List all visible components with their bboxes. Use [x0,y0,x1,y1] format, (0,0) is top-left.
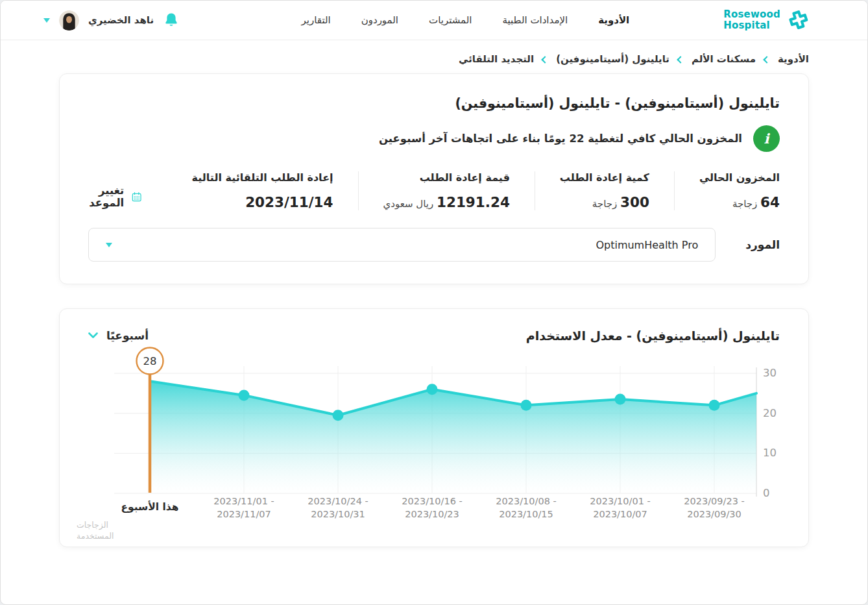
medication-title: تايلينول (أسيتامينوفين) - تايلينول (أسيت… [88,95,780,111]
calendar-icon [131,188,142,206]
stat-label: قيمة إعادة الطلب [383,171,510,184]
stat-number: 64 [760,194,780,210]
bell-icon[interactable] [163,12,180,29]
app-window: Rosewood Hospital الأدوية الإمدادات الطب… [0,0,868,605]
stat-unit: ريال سعودي [383,198,434,210]
stock-info-text: المخزون الحالي كافي لتغطية 22 يومًا بناء… [379,132,742,145]
stat-reorder-value: قيمة إعادة الطلب 12191.24 ريال سعودي [358,171,510,210]
breadcrumb: الأدوية مسكنات الألم تايلينول (أسيتامينو… [59,53,809,65]
brand-logo[interactable]: Rosewood Hospital [723,8,810,32]
top-navbar: Rosewood Hospital الأدوية الإمدادات الطب… [1,1,867,40]
nav-item-purchases[interactable]: المشتريات [429,14,472,26]
chart-header: تايلينول (أسيتامينوفين) - معدل الاستخدام… [88,328,780,343]
stat-current-stock: المخزون الحالي 64 زجاجة [674,171,780,210]
usage-area-chart: 28 هذا الأسبوع2023/11/01 -2023/11/072023… [77,347,801,541]
stock-info-row: i المخزون الحالي كافي لتغطية 22 يومًا بن… [88,125,780,152]
x-axis-label: 2023/10/16 -2023/10/23 [380,495,484,521]
stat-number: 12191.24 [437,194,510,210]
stat-label: المخزون الحالي [699,171,780,184]
main-navigation: الأدوية الإمدادات الطبية المشتريات المور… [302,14,630,26]
period-label: أسبوعيًا [106,329,149,342]
x-axis-label: 2023/10/01 -2023/10/07 [568,495,672,521]
breadcrumb-chevron-icon [763,56,770,63]
medication-overview-card: تايلينول (أسيتامينوفين) - تايلينول (أسيت… [59,73,809,284]
select-chevron-down-icon [106,243,112,247]
usage-chart-card: تايلينول (أسيتامينوفين) - معدل الاستخدام… [59,308,809,547]
supplier-select[interactable]: OptimumHealth Pro [88,228,716,262]
stat-value: 2023/11/14 [192,194,333,210]
brand-name: Rosewood Hospital [723,9,780,31]
user-avatar[interactable] [59,10,79,31]
reschedule-label: تغيير الموعد [83,184,125,209]
chevron-down-icon [88,332,98,339]
y-axis-tick-label: 20 [763,407,777,419]
y-axis-title: الزجاجات المستخدمة [77,519,114,541]
stat-reorder-quantity: كمية إعادة الطلب 300 زجاجة [535,171,649,210]
avatar-image [59,10,79,31]
stat-value: 64 زجاجة [699,194,780,210]
stat-label: إعادة الطلب التلقائية التالية [192,171,333,184]
x-axis-label: 2023/10/08 -2023/10/15 [474,495,578,521]
breadcrumb-pain-relievers[interactable]: مسكنات الألم [692,53,756,65]
supplier-label: المورد [745,238,780,251]
y-axis-tick-label: 30 [763,367,777,379]
supplier-selected-value: OptimumHealth Pro [596,239,698,251]
period-dropdown[interactable]: أسبوعيًا [88,329,149,342]
user-cluster: ناهد الخضيري [43,10,180,31]
breadcrumb-tylenol[interactable]: تايلينول (أسيتامينوفين) [556,53,669,65]
stat-action: تغيير الموعد [83,171,143,210]
stats-row: المخزون الحالي 64 زجاجة كمية إعادة الطلب… [88,171,780,210]
stat-next-auto-reorder: إعادة الطلب التلقائية التالية 2023/11/14 [167,171,333,210]
reschedule-button[interactable]: تغيير الموعد [83,184,143,210]
breadcrumb-medications[interactable]: الأدوية [778,53,809,65]
nav-item-reports[interactable]: التقارير [302,14,331,26]
medical-cross-icon [787,8,810,32]
stat-value: 300 زجاجة [560,194,649,210]
main-content: الأدوية مسكنات الألم تايلينول (أسيتامينو… [1,40,867,547]
x-axis-label: هذا الأسبوع [98,495,202,513]
supplier-row: المورد OptimumHealth Pro [88,228,780,262]
breadcrumb-chevron-icon [541,56,548,63]
svg-text:28: 28 [143,355,157,367]
nav-item-suppliers[interactable]: الموردون [361,14,398,26]
stat-value: 12191.24 ريال سعودي [383,194,510,210]
stat-number: 2023/11/14 [245,194,333,210]
user-menu-chevron-down-icon[interactable] [43,18,50,23]
chart-title: تايلينول (أسيتامينوفين) - معدل الاستخدام [526,328,780,343]
user-name[interactable]: ناهد الخضيري [88,14,154,26]
nav-item-medications[interactable]: الأدوية [598,14,629,26]
stat-unit: زجاجة [732,198,757,210]
breadcrumb-chevron-icon [677,56,684,63]
x-axis-label: 2023/09/23 -2023/09/30 [662,495,766,521]
x-axis-label: 2023/11/01 -2023/11/07 [192,495,296,521]
info-icon: i [753,125,780,152]
x-axis-label: 2023/10/24 -2023/10/31 [286,495,390,521]
stat-unit: زجاجة [592,198,617,210]
nav-item-medical-supplies[interactable]: الإمدادات الطبية [503,14,568,26]
stat-number: 300 [620,194,649,210]
y-axis-tick-label: 10 [763,447,777,459]
stat-label: كمية إعادة الطلب [560,171,649,184]
y-axis-tick-label: 0 [763,487,770,499]
breadcrumb-auto-renewal[interactable]: التجديد التلقائي [459,53,534,65]
